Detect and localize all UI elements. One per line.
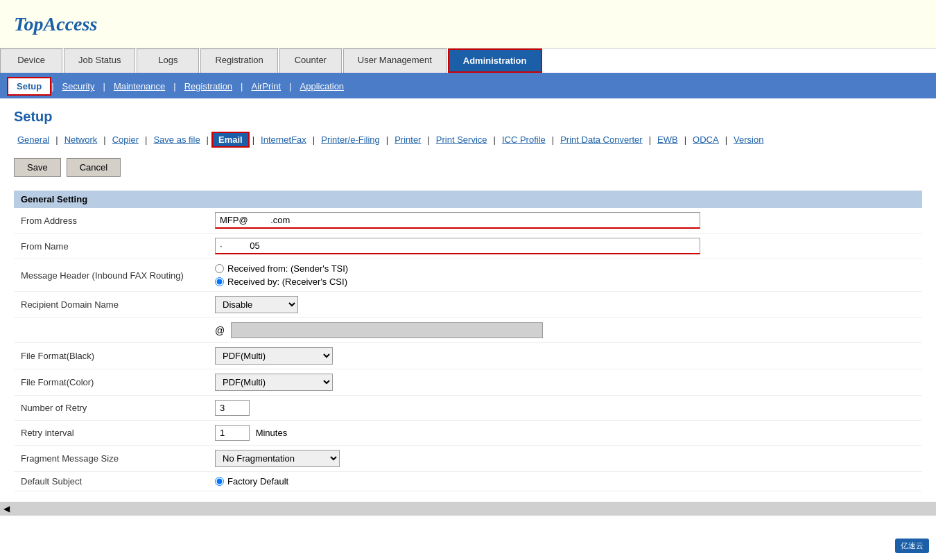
fragment-message-size-select[interactable]: No Fragmentation 64KB 128KB 256KB 512KB … [215, 450, 340, 467]
general-setting-header: General Setting [14, 191, 922, 208]
tab-counter[interactable]: Counter [279, 49, 342, 73]
sub-nav-security[interactable]: Security [54, 78, 103, 94]
default-subject-radio-row: Factory Default [215, 476, 915, 487]
setup-nav-network[interactable]: Network [61, 133, 101, 146]
at-symbol: @ [215, 325, 225, 336]
default-subject-label: Default Subject [14, 472, 208, 491]
tab-user-management[interactable]: User Management [343, 49, 447, 73]
sub-nav-application[interactable]: Application [292, 78, 353, 94]
from-name-row: From Name [14, 234, 922, 259]
scroll-left-icon[interactable]: ◀ [3, 504, 10, 514]
from-address-label: From Address [14, 208, 208, 234]
button-row: Save Cancel [14, 158, 922, 177]
sub-nav: Setup | Security | Maintenance | Registr… [0, 74, 936, 98]
tab-device[interactable]: Device [0, 49, 62, 73]
sub-nav-setup[interactable]: Setup [7, 77, 51, 96]
setup-nav-odca[interactable]: ODCA [689, 133, 722, 146]
retry-interval-label: Retry interval [14, 421, 208, 446]
page-title: Setup [14, 109, 922, 125]
setup-nav-save-as-file[interactable]: Save as file [150, 133, 203, 146]
setup-nav-ewb[interactable]: EWB [654, 133, 682, 146]
general-setting-table: From Address From Name Message Header (I… [14, 208, 922, 491]
message-header-label: Message Header (Inbound FAX Routing) [14, 259, 208, 292]
file-format-color-label: File Format(Color) [14, 369, 208, 396]
retry-interval-row: Retry interval Minutes [14, 421, 922, 446]
radio-sender-tsi-input[interactable] [215, 264, 224, 273]
setup-nav-print-data-converter[interactable]: Print Data Converter [557, 133, 646, 146]
fragment-message-size-label: Fragment Message Size [14, 446, 208, 472]
recipient-domain-label: Recipient Domain Name [14, 292, 208, 318]
file-format-black-label: File Format(Black) [14, 343, 208, 369]
setup-nav-version[interactable]: Version [730, 133, 767, 146]
cancel-button[interactable]: Cancel [67, 158, 121, 177]
logo: TopAccess [14, 13, 97, 35]
message-header-radio-group: Received from: (Sender's TSI) Received b… [215, 263, 915, 287]
sub-nav-registration[interactable]: Registration [176, 78, 241, 94]
tab-logs[interactable]: Logs [137, 49, 199, 73]
domain-at-row-inner: @ [215, 322, 915, 338]
from-name-label: From Name [14, 234, 208, 259]
sub-nav-maintenance[interactable]: Maintenance [105, 78, 173, 94]
default-subject-row: Default Subject Factory Default [14, 472, 922, 491]
file-format-black-row: File Format(Black) PDF(Multi) PDF(Single… [14, 343, 922, 369]
fragment-message-size-row: Fragment Message Size No Fragmentation 6… [14, 446, 922, 472]
from-name-input[interactable] [215, 238, 700, 254]
recipient-domain-row: Recipient Domain Name Disable Enable [14, 292, 922, 318]
setup-nav-email[interactable]: Email [211, 132, 250, 148]
setup-nav: General | Network | Copier | Save as fil… [14, 132, 922, 148]
tab-registration[interactable]: Registration [200, 49, 277, 73]
default-subject-factory-label: Factory Default [227, 476, 288, 487]
from-address-input[interactable] [215, 212, 700, 229]
recipient-domain-select[interactable]: Disable Enable [215, 296, 298, 313]
setup-nav-general[interactable]: General [14, 133, 53, 146]
file-format-black-select[interactable]: PDF(Multi) PDF(Single) TIFF(Multi) TIFF(… [215, 347, 333, 365]
number-of-retry-input[interactable] [215, 400, 250, 416]
domain-at-row: @ [14, 318, 922, 343]
setup-nav-printer-efiling[interactable]: Printer/e-Filing [318, 133, 383, 146]
logo-text: TopAccess [14, 13, 97, 35]
radio-sender-tsi-label: Received from: (Sender's TSI) [227, 263, 348, 274]
message-header-row: Message Header (Inbound FAX Routing) Rec… [14, 259, 922, 292]
main-nav: Device Job Status Logs Registration Coun… [0, 49, 936, 74]
setup-nav-copier[interactable]: Copier [109, 133, 142, 146]
domain-input[interactable] [231, 322, 543, 338]
number-of-retry-label: Number of Retry [14, 396, 208, 421]
save-button[interactable]: Save [14, 158, 61, 177]
tab-administration[interactable]: Administration [448, 49, 542, 73]
radio-receiver-csi-label: Received by: (Receiver's CSI) [227, 277, 347, 287]
number-of-retry-row: Number of Retry [14, 396, 922, 421]
minutes-label: Minutes [256, 428, 288, 438]
file-format-color-row: File Format(Color) PDF(Multi) PDF(Single… [14, 369, 922, 396]
radio-receiver-csi: Received by: (Receiver's CSI) [215, 277, 915, 287]
setup-nav-internetfax[interactable]: InternetFax [257, 133, 310, 146]
tab-job-status[interactable]: Job Status [64, 49, 135, 73]
radio-receiver-csi-input[interactable] [215, 277, 224, 286]
header: TopAccess [0, 0, 936, 49]
setup-nav-printer[interactable]: Printer [391, 133, 424, 146]
sub-nav-airprint[interactable]: AirPrint [243, 78, 289, 94]
setup-nav-print-service[interactable]: Print Service [433, 133, 491, 146]
retry-interval-input[interactable] [215, 425, 250, 441]
content: Setup General | Network | Copier | Save … [0, 98, 936, 502]
setup-nav-icc-profile[interactable]: ICC Profile [499, 133, 549, 146]
radio-sender-tsi: Received from: (Sender's TSI) [215, 263, 915, 274]
file-format-color-select[interactable]: PDF(Multi) PDF(Single) TIFF(Multi) TIFF(… [215, 374, 333, 391]
bottom-bar: ◀ [0, 502, 936, 516]
from-address-row: From Address [14, 208, 922, 234]
default-subject-factory-radio[interactable] [215, 477, 224, 486]
